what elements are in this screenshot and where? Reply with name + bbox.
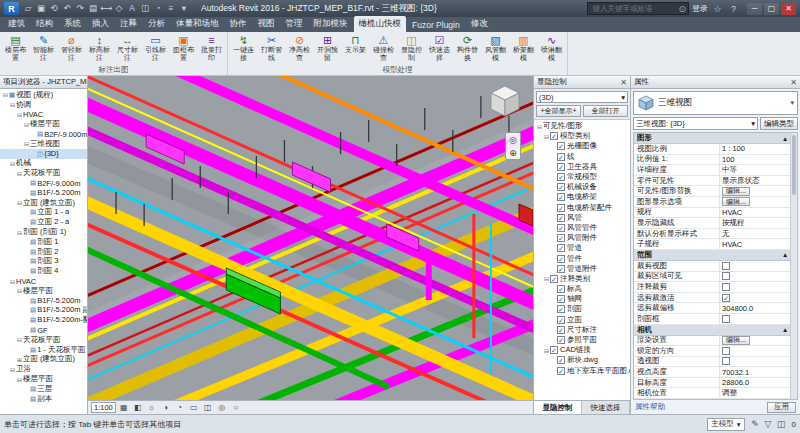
property-value[interactable] <box>720 283 790 291</box>
visibility-tree-item[interactable]: ✓新块.dwg <box>534 355 630 365</box>
property-checkbox[interactable] <box>722 357 730 365</box>
show-all-button[interactable]: +全部显示+ <box>536 105 581 117</box>
ribbon-button[interactable]: ↯一键连接 <box>230 33 257 62</box>
visual-style-icon[interactable]: ◧ <box>132 402 144 413</box>
view-scale-button[interactable]: 1:100 <box>91 402 116 413</box>
visibility-tree-item[interactable]: ✓常规模型 <box>534 172 630 182</box>
temporary-hide-isolate-icon[interactable]: ◎ <box>216 402 228 413</box>
open-all-button[interactable]: 全部打开 <box>583 105 628 117</box>
redo-icon[interactable]: ↷ <box>74 2 86 15</box>
visibility-checkbox[interactable]: ✓ <box>557 183 565 191</box>
expander-icon[interactable]: ⊟ <box>9 366 16 373</box>
undo-icon[interactable]: ↶ <box>61 2 73 15</box>
tree-item[interactable]: ⊟天花板平面 <box>0 335 87 345</box>
property-value[interactable] <box>720 272 790 280</box>
property-value[interactable] <box>720 347 790 355</box>
visibility-checkbox[interactable]: ✓ <box>557 163 565 171</box>
tree-item[interactable]: ⊟楼层平面 <box>0 119 87 129</box>
visibility-tree-item[interactable]: ✓光栅图像 <box>534 141 630 151</box>
tree-item[interactable]: ▤剖面 2 <box>0 247 87 257</box>
scrollbar-thumb[interactable] <box>792 135 796 195</box>
thin-lines-icon[interactable]: ≡ <box>165 2 177 15</box>
ribbon-tab-architecture[interactable]: 建筑 <box>3 16 30 32</box>
ribbon-button[interactable]: ▥桥架翻模 <box>510 33 537 62</box>
rendering-icon[interactable]: ◔ <box>174 402 186 413</box>
expander-icon[interactable]: ⊟ <box>543 133 550 140</box>
property-value[interactable] <box>720 315 790 323</box>
properties-scrollbar[interactable] <box>790 133 797 399</box>
property-value[interactable]: 编辑... <box>720 187 790 196</box>
expander-icon[interactable]: ⊟ <box>16 287 23 294</box>
property-value[interactable]: 70032.1 <box>720 368 790 377</box>
visibility-checkbox[interactable]: ✓ <box>550 275 558 283</box>
tree-item[interactable]: ▤剖面 3 <box>0 257 87 267</box>
ribbon-button[interactable]: ☑快速选择 <box>426 33 453 62</box>
visibility-checkbox[interactable]: ✓ <box>557 193 565 201</box>
ribbon-tab-manage[interactable]: 管理 <box>281 16 308 32</box>
visibility-checkbox[interactable]: ✓ <box>557 326 565 334</box>
visibility-tree-item[interactable]: ⊟✓CAD链接 <box>534 345 630 355</box>
ribbon-tab-view[interactable]: 视图 <box>253 16 280 32</box>
ribbon-tab-fuzor-plugin[interactable]: Fuzor Plugin <box>407 18 465 32</box>
property-value[interactable]: 编辑... <box>720 336 790 345</box>
tree-item[interactable]: ⊟剖面 (剖面 1) <box>0 227 87 237</box>
visibility-tree-item[interactable]: ✓参照平面 <box>534 335 630 345</box>
visibility-checkbox[interactable]: ✓ <box>557 255 565 263</box>
edit-button[interactable]: 编辑... <box>722 187 750 196</box>
ribbon-button[interactable]: ↔尺寸标注 <box>114 33 141 62</box>
select-toggle-icon[interactable]: ◫ <box>775 419 788 429</box>
project-browser-header[interactable]: 项目浏览器 - JHZTCP_MEP_B1F.rvt <box>0 76 87 89</box>
property-value[interactable]: 调整 <box>720 388 790 398</box>
expander-icon[interactable]: ⊟ <box>16 376 23 383</box>
expander-icon[interactable]: ⊟ <box>23 140 30 147</box>
visibility-tree-item[interactable]: ✓立面 <box>534 315 630 325</box>
property-checkbox[interactable] <box>722 347 730 355</box>
visibility-tree-item[interactable]: ✓风管附件 <box>534 233 630 243</box>
visibility-tree-item[interactable]: ✓剖面 <box>534 304 630 314</box>
help-icon[interactable]: ? <box>727 4 740 14</box>
reveal-hidden-elements-icon[interactable]: ○ <box>230 402 242 413</box>
ribbon-tab-modify[interactable]: 修改 <box>466 16 493 32</box>
ribbon-tab-insert[interactable]: 插入 <box>87 16 114 32</box>
visibility-tree-item[interactable]: ✓管道附件 <box>534 264 630 274</box>
visibility-tree-item[interactable]: ✓风管 <box>534 213 630 223</box>
tree-item[interactable]: ▤立面 2 - a <box>0 217 87 227</box>
expander-icon[interactable]: ⊟ <box>543 347 550 354</box>
visibility-checkbox[interactable]: ✓ <box>557 265 565 273</box>
properties-close-icon[interactable]: ✕ <box>790 78 797 87</box>
property-checkbox[interactable]: ✓ <box>722 294 730 302</box>
application-menu-button[interactable]: R <box>4 2 19 15</box>
tree-item[interactable]: ▤剖面 4 <box>0 266 87 276</box>
editable-only-icon[interactable]: ✎ <box>749 419 762 429</box>
visibility-checkbox[interactable]: ✓ <box>550 132 558 140</box>
expander-icon[interactable]: ⊟ <box>16 336 23 343</box>
visibility-checkbox[interactable]: ✓ <box>557 295 565 303</box>
ribbon-tab-annotate[interactable]: 注释 <box>115 16 142 32</box>
design-option-select[interactable]: 主模型 ▾ <box>707 418 744 431</box>
property-value[interactable]: ✓ <box>720 294 790 302</box>
expander-icon[interactable]: ⊟ <box>543 275 550 282</box>
tree-item[interactable]: ▤GF <box>0 325 87 335</box>
property-checkbox[interactable] <box>722 262 730 270</box>
search-input[interactable] <box>590 3 676 14</box>
tree-item[interactable]: ⊟三维视图 <box>0 139 87 149</box>
tree-item[interactable]: ⊟机械 <box>0 159 87 169</box>
ribbon-button[interactable]: ⚠碰撞检查 <box>370 33 397 62</box>
save-icon[interactable]: ▣ <box>35 2 47 15</box>
crop-view-icon[interactable]: ▭ <box>188 402 200 413</box>
shadows-icon[interactable]: ◑ <box>160 402 172 413</box>
visibility-panel-close-icon[interactable]: ✕ <box>620 78 627 87</box>
tree-item[interactable]: ▤副本 <box>0 394 87 404</box>
tree-item[interactable]: ▤B2F/-9.000m <box>0 178 87 188</box>
ribbon-button[interactable]: ▣图框布置 <box>170 33 197 62</box>
visibility-checkbox[interactable]: ✓ <box>557 224 565 232</box>
sign-in-label[interactable]: 登录 <box>692 3 708 14</box>
expander-icon[interactable]: ⊟ <box>536 123 543 130</box>
property-checkbox[interactable] <box>722 283 730 291</box>
visibility-tree-item[interactable]: ✓地下室车库平面图.dwg <box>534 366 630 376</box>
ribbon-button[interactable]: ▤楼层布置 <box>2 33 29 62</box>
tree-item[interactable]: ◫{3D} <box>0 149 87 159</box>
tree-item[interactable]: ⊟协调 <box>0 100 87 110</box>
tree-item[interactable]: ▤1 - 天花板平面 <box>0 345 87 355</box>
open-icon[interactable]: ▱ <box>22 2 34 15</box>
